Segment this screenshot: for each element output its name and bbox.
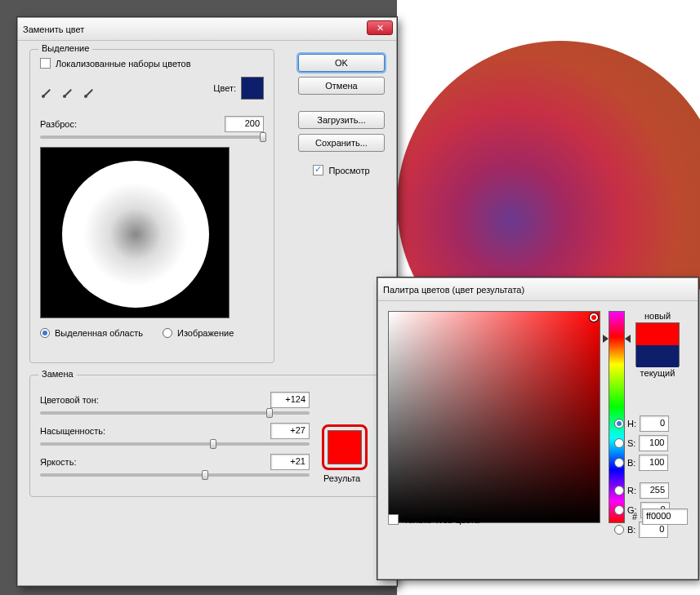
radio-bb[interactable] bbox=[614, 525, 624, 535]
bb-label: B: bbox=[627, 525, 635, 535]
hue-slider[interactable] bbox=[40, 411, 310, 415]
fuzziness-slider[interactable] bbox=[40, 135, 264, 139]
s-label: S: bbox=[627, 438, 635, 448]
eyedropper-subtract-icon[interactable] bbox=[82, 87, 96, 100]
h-label: H: bbox=[627, 419, 636, 428]
radio-image-label: Изображение bbox=[177, 328, 234, 338]
sv-cursor bbox=[590, 313, 598, 322]
close-button[interactable]: ✕ bbox=[367, 20, 393, 35]
load-button[interactable]: Загрузить... bbox=[298, 111, 385, 129]
lightness-label: Яркость: bbox=[40, 457, 76, 467]
picker-titlebar[interactable]: Палитра цветов (цвет результата) bbox=[378, 278, 698, 301]
result-label: Результа bbox=[323, 473, 360, 483]
websafe-label: Только Web-цвета bbox=[404, 515, 479, 525]
new-color bbox=[636, 323, 679, 345]
b-input[interactable]: 100 bbox=[639, 455, 668, 471]
replace-color-dialog: Заменить цвет ✕ OK Отмена Загрузить... С… bbox=[17, 17, 397, 586]
sv-picker[interactable] bbox=[388, 311, 600, 523]
r-label: R: bbox=[627, 486, 636, 495]
selection-preview bbox=[40, 147, 230, 318]
radio-b[interactable] bbox=[614, 458, 624, 468]
hue-label: Цветовой тон: bbox=[40, 395, 99, 405]
localized-checkbox[interactable] bbox=[40, 58, 51, 69]
ok-button[interactable]: OK bbox=[298, 54, 385, 72]
radio-r[interactable] bbox=[614, 486, 624, 495]
lightness-input[interactable]: +21 bbox=[270, 454, 310, 470]
r-input[interactable]: 255 bbox=[640, 482, 669, 499]
new-current-swatch[interactable] bbox=[635, 322, 680, 366]
hex-input[interactable]: ff0000 bbox=[642, 508, 688, 525]
picker-title: Палитра цветов (цвет результата) bbox=[383, 285, 524, 295]
h-input[interactable]: 0 bbox=[640, 415, 669, 432]
current-label: текущий bbox=[640, 368, 675, 378]
current-color bbox=[636, 345, 679, 367]
new-label: новый bbox=[644, 311, 671, 321]
eyedropper-icon[interactable] bbox=[40, 87, 53, 100]
saturation-label: Насыщенность: bbox=[40, 426, 105, 436]
hue-input[interactable]: +124 bbox=[270, 392, 310, 408]
saturation-input[interactable]: +27 bbox=[270, 423, 310, 439]
dialog-title: Заменить цвет bbox=[23, 24, 84, 34]
radio-s[interactable] bbox=[614, 438, 624, 448]
radio-selection-label: Выделенная область bbox=[55, 328, 143, 338]
preview-checkbox[interactable]: ✓ bbox=[313, 165, 323, 175]
preview-label: Просмотр bbox=[328, 166, 369, 175]
titlebar[interactable]: Заменить цвет ✕ bbox=[18, 18, 396, 41]
color-picker-dialog: Палитра цветов (цвет результата) новый т… bbox=[377, 278, 698, 579]
radio-h[interactable] bbox=[614, 419, 624, 428]
radio-g[interactable] bbox=[614, 505, 624, 515]
fuzziness-label: Разброс: bbox=[40, 119, 77, 129]
selection-legend: Выделение bbox=[38, 43, 92, 53]
s-input[interactable]: 100 bbox=[639, 435, 668, 451]
eyedropper-add-icon[interactable] bbox=[61, 87, 74, 100]
replacement-legend: Замена bbox=[38, 369, 77, 379]
radio-image[interactable] bbox=[163, 328, 172, 338]
websafe-checkbox[interactable] bbox=[388, 514, 399, 525]
b-label: B: bbox=[627, 458, 635, 468]
localized-label: Локализованные наборы цветов bbox=[56, 59, 191, 69]
source-color-swatch[interactable] bbox=[241, 77, 264, 100]
lightness-slider[interactable] bbox=[40, 473, 310, 477]
fuzziness-input[interactable]: 200 bbox=[225, 116, 264, 132]
color-label: Цвет: bbox=[213, 83, 236, 93]
result-swatch-highlight[interactable] bbox=[322, 424, 368, 470]
radio-selection[interactable] bbox=[40, 328, 50, 338]
close-icon: ✕ bbox=[377, 23, 384, 33]
hex-label: # bbox=[632, 512, 637, 522]
saturation-slider[interactable] bbox=[40, 442, 310, 446]
save-button[interactable]: Сохранить... bbox=[298, 134, 385, 152]
cancel-button[interactable]: Отмена bbox=[298, 77, 385, 95]
